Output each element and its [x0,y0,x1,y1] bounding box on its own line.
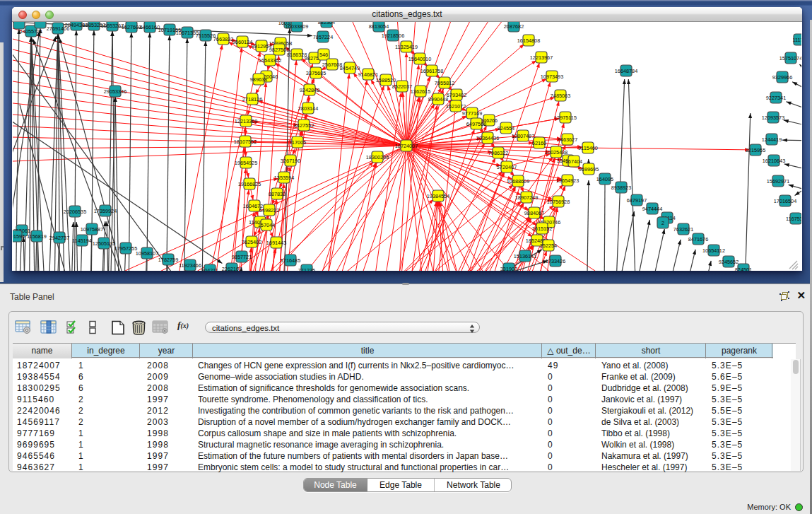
svg-text:15751074: 15751074 [779,55,801,62]
svg-text:887833: 887833 [269,191,286,197]
svg-text:6793402: 6793402 [447,92,466,98]
svg-text:7955812: 7955812 [435,80,454,86]
svg-text:824501: 824501 [735,267,752,271]
svg-text:10807487: 10807487 [512,133,534,139]
svg-text:17016504: 17016504 [774,198,796,204]
svg-text:12213967: 12213967 [530,54,553,61]
svg-text:5498222: 5498222 [259,207,279,214]
svg-text:331907: 331907 [500,266,517,271]
svg-text:2087682: 2087682 [504,23,524,30]
svg-text:8938923: 8938923 [611,185,631,191]
svg-text:10688609: 10688609 [507,178,529,185]
svg-text:10973493: 10973493 [541,74,563,80]
svg-text:18107552: 18107552 [234,139,257,145]
svg-text:6466160: 6466160 [140,24,160,30]
svg-text:18907249: 18907249 [515,194,538,201]
svg-text:10975887: 10975887 [81,226,103,233]
svg-text:1145194: 1145194 [72,238,92,244]
svg-text:11923466: 11923466 [179,262,201,269]
svg-text:9884067: 9884067 [524,210,544,216]
svg-text:8215955: 8215955 [746,147,765,153]
svg-text:10653267: 10653267 [101,23,124,29]
svg-text:9115460: 9115460 [578,145,598,151]
svg-text:15136141: 15136141 [514,253,536,259]
svg-text:2262101: 2262101 [222,266,242,271]
svg-text:9777169: 9777169 [462,110,482,117]
svg-text:18724007: 18724007 [395,143,418,149]
svg-text:252254: 252254 [540,243,557,249]
svg-text:16210643: 16210643 [763,158,785,164]
svg-text:10958107: 10958107 [136,250,158,257]
svg-text:9242848: 9242848 [300,87,319,93]
svg-text:1167533: 1167533 [786,216,801,222]
svg-text:20364436: 20364436 [476,135,499,141]
svg-text:8990448: 8990448 [428,96,448,103]
svg-text:1691443: 1691443 [266,240,286,246]
svg-text:9463627: 9463627 [558,136,577,143]
svg-text:10756928: 10756928 [547,199,570,205]
svg-text:16154808: 16154808 [517,37,540,44]
svg-text:1353594: 1353594 [274,175,294,181]
svg-text:18300295: 18300295 [366,154,389,160]
svg-text:12213369: 12213369 [235,118,257,124]
svg-text:9699695: 9699695 [579,166,599,173]
svg-text:1615152: 1615152 [532,226,552,232]
svg-text:546: 546 [319,52,328,58]
svg-text:1782759: 1782759 [158,257,178,263]
svg-text:1362615: 1362615 [411,88,430,95]
svg-text:62160: 62160 [532,140,546,146]
svg-text:6497568: 6497568 [466,121,486,127]
svg-text:9245652: 9245652 [719,259,739,265]
svg-text:20206535: 20206535 [64,209,86,215]
svg-text:1156819: 1156819 [27,233,47,240]
svg-text:1733426: 1733426 [546,258,565,264]
svg-text:8522037: 8522037 [392,83,412,90]
svg-text:2: 2 [661,220,664,226]
svg-text:3375685: 3375685 [306,70,326,76]
svg-text:9660124: 9660124 [233,39,252,45]
svg-text:9329966: 9329966 [772,74,792,81]
svg-text:2718126: 2718126 [242,96,262,103]
svg-text:14055721: 14055721 [20,28,42,35]
svg-text:824554: 824554 [498,125,514,132]
svg-text:11325419: 11325419 [395,44,418,50]
svg-text:16648784: 16648784 [615,68,637,74]
svg-text:9227341: 9227341 [766,95,786,101]
svg-text:882304: 882304 [318,22,335,25]
svg-text:8471676: 8471676 [688,236,708,243]
svg-text:17359924: 17359924 [94,208,117,214]
svg-text:17957255: 17957255 [114,245,137,252]
svg-text:1621072: 1621072 [446,103,466,110]
svg-text:15692971: 15692971 [767,178,789,185]
svg-text:391594: 391594 [13,233,25,240]
svg-text:771235: 771235 [298,267,315,271]
svg-text:5716485: 5716485 [281,257,300,264]
svg-text:989638: 989638 [250,76,267,83]
svg-text:16033809: 16033809 [286,23,308,30]
svg-text:12093573: 12093573 [762,115,784,121]
svg-text:19654925: 19654925 [235,160,257,166]
svg-text:7625402: 7625402 [242,239,261,245]
svg-text:1527602: 1527602 [122,24,141,30]
svg-text:717005: 717005 [289,139,306,146]
svg-text:12505135: 12505135 [93,240,115,247]
svg-text:9857721: 9857721 [232,254,252,260]
svg-text:7663822: 7663822 [213,36,233,42]
svg-text:19654923: 19654923 [556,177,579,184]
svg-text:8427552: 8427552 [294,122,314,129]
svg-text:1588520: 1588520 [376,77,396,83]
svg-text:5720407: 5720407 [497,164,517,170]
svg-text:10025438: 10025438 [545,149,567,156]
svg-text:11172: 11172 [792,37,801,43]
svg-text:29053346: 29053346 [104,88,126,95]
svg-text:19384554: 19384554 [427,193,449,199]
svg-text:6879197: 6879197 [627,197,647,204]
svg-text:12975115: 12975115 [554,115,577,121]
svg-text:16961758: 16961758 [420,68,443,74]
svg-text:1244419: 1244419 [762,136,782,143]
svg-text:8813054: 8813054 [369,23,389,30]
svg-text:7857224: 7857224 [313,34,333,40]
svg-text:7632621: 7632621 [673,226,693,233]
svg-text:8454749: 8454749 [340,65,360,71]
svg-text:10654112: 10654112 [702,247,725,254]
